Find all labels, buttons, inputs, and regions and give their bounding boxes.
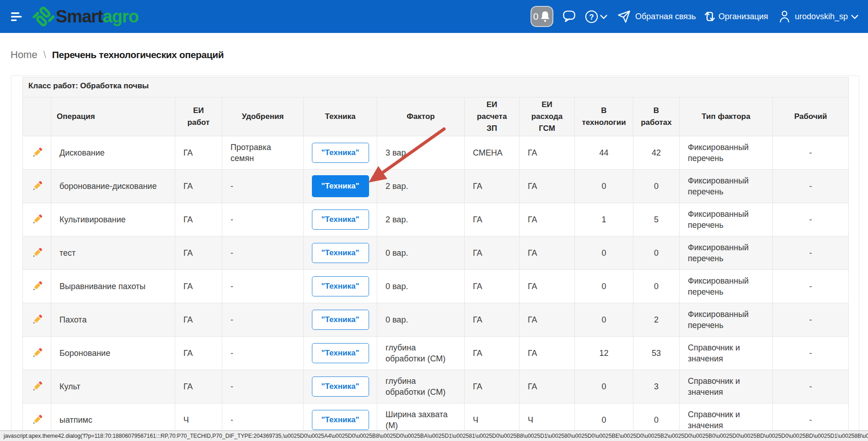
svg-text:?: ? [589, 12, 594, 21]
